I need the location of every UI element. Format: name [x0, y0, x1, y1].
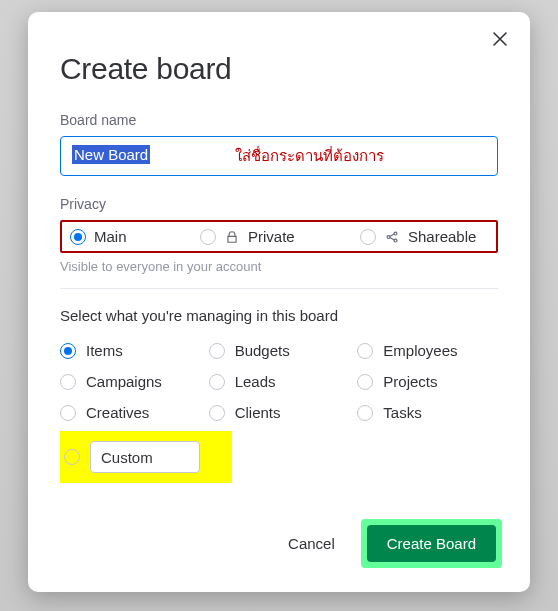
radio-icon — [60, 405, 76, 421]
managing-option-leads[interactable]: Leads — [209, 373, 350, 390]
managing-option-creatives[interactable]: Creatives — [60, 404, 201, 421]
managing-option-clients[interactable]: Clients — [209, 404, 350, 421]
privacy-hint: Visible to everyone in your account — [60, 259, 498, 274]
privacy-option-shareable[interactable]: Shareable — [360, 228, 488, 245]
managing-option-label: Leads — [235, 373, 276, 390]
managing-options-grid: Items Budgets Employees Campaigns Leads … — [60, 342, 498, 421]
managing-option-label: Budgets — [235, 342, 290, 359]
managing-label: Select what you're managing in this boar… — [60, 307, 498, 324]
radio-icon — [357, 374, 373, 390]
managing-option-label: Employees — [383, 342, 457, 359]
radio-icon — [360, 229, 376, 245]
managing-option-label: Tasks — [383, 404, 421, 421]
radio-icon — [357, 343, 373, 359]
create-board-modal: Create board Board name New Board ใส่ชื่… — [28, 12, 530, 592]
radio-icon — [60, 374, 76, 390]
radio-icon — [209, 374, 225, 390]
lock-icon — [224, 229, 240, 245]
managing-option-label: Items — [86, 342, 123, 359]
privacy-option-label: Main — [94, 228, 127, 245]
modal-footer: Cancel Create Board — [276, 519, 502, 568]
close-icon — [493, 30, 507, 51]
radio-icon — [70, 229, 86, 245]
managing-option-custom[interactable] — [60, 431, 232, 483]
create-board-button[interactable]: Create Board — [367, 525, 496, 562]
managing-option-budgets[interactable]: Budgets — [209, 342, 350, 359]
managing-option-label: Projects — [383, 373, 437, 390]
privacy-option-main[interactable]: Main — [70, 228, 200, 245]
managing-option-employees[interactable]: Employees — [357, 342, 498, 359]
radio-icon — [60, 343, 76, 359]
share-icon — [384, 229, 400, 245]
privacy-label: Privacy — [60, 196, 498, 212]
custom-option-input[interactable] — [90, 441, 200, 473]
managing-option-label: Clients — [235, 404, 281, 421]
radio-icon — [209, 343, 225, 359]
managing-option-campaigns[interactable]: Campaigns — [60, 373, 201, 390]
privacy-option-private[interactable]: Private — [200, 228, 360, 245]
radio-icon — [209, 405, 225, 421]
radio-icon — [357, 405, 373, 421]
close-button[interactable] — [488, 28, 512, 52]
managing-option-label: Creatives — [86, 404, 149, 421]
managing-option-items[interactable]: Items — [60, 342, 201, 359]
board-name-input-wrap: New Board ใส่ชื่อกระดานที่ต้องการ — [60, 136, 498, 176]
managing-option-label: Campaigns — [86, 373, 162, 390]
managing-option-projects[interactable]: Projects — [357, 373, 498, 390]
privacy-section: Privacy Main Private Shareable — [60, 196, 498, 274]
divider — [60, 288, 498, 289]
board-name-label: Board name — [60, 112, 498, 128]
privacy-option-label: Private — [248, 228, 295, 245]
privacy-option-label: Shareable — [408, 228, 476, 245]
radio-icon — [64, 449, 80, 465]
cancel-button[interactable]: Cancel — [276, 527, 347, 560]
radio-icon — [200, 229, 216, 245]
board-name-input[interactable] — [60, 136, 498, 176]
privacy-options-row: Main Private Shareable — [60, 220, 498, 253]
modal-title: Create board — [60, 52, 498, 86]
managing-option-tasks[interactable]: Tasks — [357, 404, 498, 421]
create-button-highlight: Create Board — [361, 519, 502, 568]
